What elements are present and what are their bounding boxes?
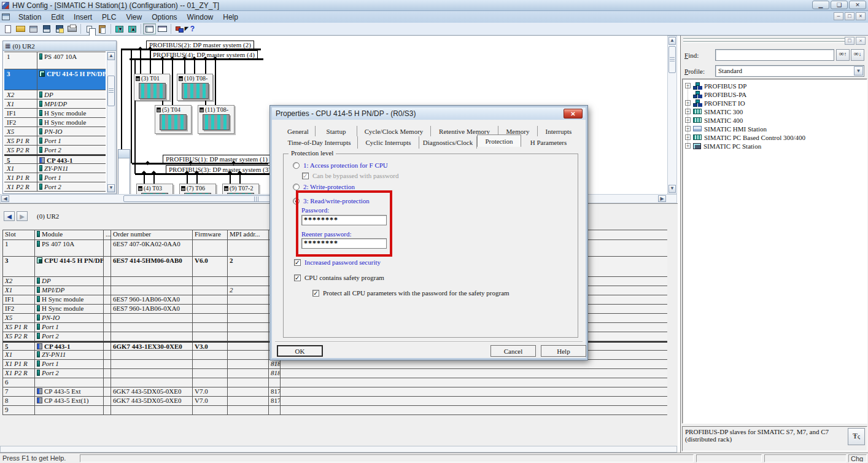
catalog-filter-button[interactable]: Ŧς xyxy=(848,428,865,445)
table-row-slot-6[interactable]: 6 xyxy=(3,378,667,387)
menu-window[interactable]: Window xyxy=(182,12,219,22)
password-input[interactable] xyxy=(301,215,387,225)
previous-rack-button[interactable]: ◀ xyxy=(4,211,15,221)
station-row-if1[interactable]: IF1H Sync module xyxy=(4,109,106,118)
dp-slave-device[interactable]: (11) T08- xyxy=(198,105,234,134)
tab-time-of-day-interrupts[interactable]: Time-of-Day Interrupts xyxy=(281,136,358,149)
minimize-button[interactable]: ▁ xyxy=(812,1,829,9)
tab-interrupts[interactable]: Interrupts xyxy=(538,126,579,136)
pane-vertical-scrollbar[interactable]: ▲ ▼ xyxy=(667,36,677,194)
menu-insert[interactable]: Insert xyxy=(69,12,97,22)
search-down-button[interactable]: ∞↑ xyxy=(836,49,850,61)
scroll-right-icon[interactable]: ▶ xyxy=(658,195,666,202)
station-row-x1-p1-r[interactable]: X1 P1 RPort 1 xyxy=(4,173,106,182)
scroll-left-icon[interactable]: ◀ xyxy=(1,195,9,202)
checkbox-cpu-contains-safety-program[interactable]: ✓ CPU contains safety program xyxy=(294,274,384,281)
menu-help[interactable]: Help xyxy=(218,12,243,22)
reenter-password-input[interactable] xyxy=(301,238,387,249)
scrollbar-thumb[interactable] xyxy=(107,76,115,106)
station-row-x5-p2-r[interactable]: X5 P2 RPort 2 xyxy=(4,146,106,155)
dialog-close-button[interactable]: ✕ xyxy=(564,109,583,119)
child-restore-button[interactable]: □ xyxy=(845,12,854,20)
cancel-button[interactable]: Cancel xyxy=(490,345,536,357)
child-window-icon[interactable] xyxy=(2,14,10,20)
download-to-module-button[interactable]: ▼ xyxy=(113,23,126,34)
checkbox-protect-all-cpu-parameters[interactable]: ✓ Protect all CPU parameters with the pa… xyxy=(312,289,510,297)
upload-from-module-button[interactable]: ▲ xyxy=(126,23,139,34)
tree-item-simatic-pc-based-control-300-400[interactable]: +SIMATIC PC Based Control 300/400 xyxy=(685,133,867,141)
station-row-x5[interactable]: X5PN-IO xyxy=(4,127,106,136)
station-row-1[interactable]: 1PS 407 10A xyxy=(4,52,106,69)
station-window-button[interactable] xyxy=(156,23,169,34)
checkbox-increased-password-security[interactable]: ✓ Increased password security xyxy=(294,259,381,266)
next-rack-button[interactable]: ▶ xyxy=(17,211,28,221)
restore-button[interactable]: ❑ xyxy=(831,1,848,9)
tab-cycle-clock-memory[interactable]: Cycle/Clock Memory xyxy=(357,126,431,136)
catalog-close-button[interactable]: × xyxy=(856,37,866,45)
open-station-button[interactable] xyxy=(14,23,27,34)
detail-horizontal-scrollbar[interactable] xyxy=(0,446,677,453)
station-row-x5-p1-r[interactable]: X5 P1 RPort 1 xyxy=(4,136,106,146)
station-row-5[interactable]: 5CP 443-1 xyxy=(4,155,106,164)
scroll-down-icon[interactable]: ▼ xyxy=(668,185,676,193)
scrollbar-thumb[interactable] xyxy=(668,46,676,73)
menu-view[interactable]: View xyxy=(121,12,147,22)
child-close-button[interactable]: × xyxy=(856,12,866,20)
catalog-toggle-button[interactable] xyxy=(143,23,156,34)
scroll-up-icon[interactable]: ▲ xyxy=(107,52,115,60)
table-row-slot-7[interactable]: 7CP 443-5 Ext6GK7 443-5DX05-0XE0V7.08176 xyxy=(3,387,667,397)
help-pointer-button[interactable]: ? xyxy=(186,23,199,34)
catalog-restore-button[interactable]: □ xyxy=(845,37,854,45)
open-online-button[interactable] xyxy=(27,23,40,34)
tab-diagnostics-clock[interactable]: Diagnostics/Clock xyxy=(419,136,477,149)
search-up-button[interactable]: ∞↓ xyxy=(851,49,864,61)
scroll-up-icon[interactable]: ▲ xyxy=(668,37,676,45)
table-row-slot-x1-p2-r[interactable]: X1 P2 RPort 28181 xyxy=(3,369,667,378)
copy-button[interactable] xyxy=(83,23,96,34)
radio-access-protection[interactable]: 1: Access protection for F CPU xyxy=(293,161,388,169)
tree-item-simatic-400[interactable]: +SIMATIC 400 xyxy=(685,116,867,124)
bus-label[interactable]: PROFIBUS(2): DP master system (2) xyxy=(146,41,254,49)
menu-plc[interactable]: PLC xyxy=(97,12,121,22)
table-row-slot-9[interactable]: 9 xyxy=(3,406,667,415)
child-minimize-button[interactable]: – xyxy=(834,12,843,20)
chevron-down-icon[interactable]: ▼ xyxy=(854,66,863,76)
station-window-header[interactable]: ▦ (0) UR2 xyxy=(3,41,116,51)
scroll-down-icon[interactable]: ▼ xyxy=(107,184,115,192)
menu-options[interactable]: Options xyxy=(147,12,182,22)
profile-select[interactable]: Standard ▼ xyxy=(715,65,864,77)
station-row-if2[interactable]: IF2H Sync module xyxy=(4,118,106,127)
save-and-compile-button[interactable] xyxy=(53,23,66,34)
station-row-x2[interactable]: X2DP xyxy=(4,90,106,99)
station-row-3[interactable]: 3CPU 414-5 H PN/DP xyxy=(4,69,106,90)
ok-button[interactable]: OK xyxy=(277,345,323,357)
station-row-x1-p2-r[interactable]: X1 P2 RPort 2 xyxy=(4,182,106,192)
tab-cyclic-interrupts[interactable]: Cyclic Interrupts xyxy=(358,136,419,149)
station-row-x1[interactable]: X1ZY-PN11 xyxy=(4,164,106,173)
tree-item-profibus-dp[interactable]: +PROFIBUS DP xyxy=(685,82,867,90)
radio-read-write-protection[interactable]: 3: Read/write-protection xyxy=(293,197,370,204)
tab-general[interactable]: General xyxy=(281,126,316,136)
station-scrollbar[interactable]: ▲ ▼ xyxy=(107,52,115,193)
dp-slave-device[interactable]: (5) T04 xyxy=(155,105,192,134)
print-button[interactable] xyxy=(66,23,79,34)
tree-item-simatic-300[interactable]: +SIMATIC 300 xyxy=(685,107,867,115)
tab-protection[interactable]: Protection xyxy=(477,134,521,147)
tree-item-simatic-hmi-station[interactable]: +SIMATIC HMI Station xyxy=(685,125,867,133)
bus-label[interactable]: PROFIBUS(1): DP master system (1) xyxy=(163,155,271,163)
close-button[interactable]: ✕ xyxy=(849,1,866,9)
help-button[interactable]: Help xyxy=(541,345,586,357)
menu-station[interactable]: Station xyxy=(14,12,46,22)
paste-button[interactable] xyxy=(96,23,109,34)
save-button[interactable] xyxy=(40,23,53,34)
title-bar[interactable]: HW Config - [SIMATIC H Station(1) (Confi… xyxy=(0,0,868,11)
tree-item-simatic-pc-station[interactable]: +SIMATIC PC Station xyxy=(685,142,867,150)
bus-label[interactable]: PROFIBUS(3): DP master system (3) xyxy=(166,165,274,174)
menu-edit[interactable]: Edit xyxy=(46,12,69,22)
tree-item-profinet-io[interactable]: +PROFINET IO xyxy=(685,99,867,107)
catalog-drag-handle[interactable] xyxy=(683,38,848,40)
tab-h-parameters[interactable]: H Parameters xyxy=(521,136,576,149)
table-row-slot-8[interactable]: 8CP 443-5 Ext(1)6GK7 443-5DX05-0XE0V7.08… xyxy=(3,397,667,406)
station-row-x1[interactable]: X1MPI/DP xyxy=(4,99,106,109)
checkbox-can-be-bypassed[interactable]: ✓ Can be bypassed with password xyxy=(302,172,399,179)
